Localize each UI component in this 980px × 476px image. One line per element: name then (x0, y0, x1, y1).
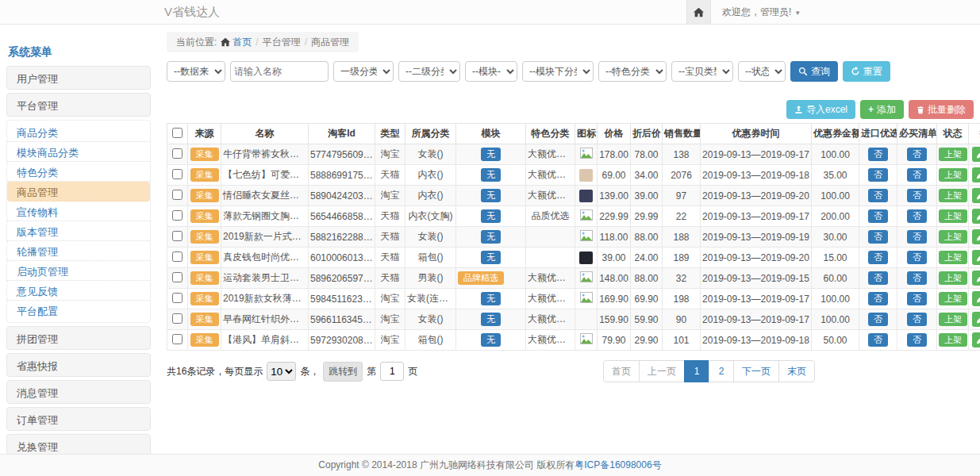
status-toggle[interactable]: 上架 (939, 230, 967, 244)
edit-button[interactable] (972, 250, 980, 265)
edit-button[interactable] (972, 332, 980, 347)
data-source-select[interactable]: --数据来源-- (167, 61, 225, 82)
first-page-button[interactable]: 首页 (603, 360, 640, 382)
sidebar-item-message-management[interactable]: 消息管理 (6, 380, 151, 404)
cell-operations (969, 248, 980, 268)
reset-button[interactable]: 重置 (843, 61, 890, 82)
batch-delete-button[interactable]: 批量删除 (909, 100, 974, 119)
jump-button[interactable]: 跳转到 (323, 362, 363, 382)
jump-page-input[interactable] (380, 362, 404, 381)
sidebar-item-splash-page-management[interactable]: 启动页管理 (7, 261, 150, 281)
status-toggle[interactable]: 上架 (939, 251, 967, 265)
edit-button[interactable] (972, 188, 980, 203)
user-menu[interactable]: 欢迎您，管理员!▼ (711, 6, 812, 19)
must-buy-toggle[interactable]: 否 (907, 189, 927, 203)
row-checkbox[interactable] (172, 148, 183, 159)
status-toggle[interactable]: 上架 (939, 168, 967, 182)
home-button[interactable] (686, 0, 711, 24)
row-checkbox[interactable] (172, 210, 183, 221)
add-button[interactable]: + 添加 (860, 100, 904, 119)
imported-toggle[interactable]: 否 (868, 168, 888, 182)
welcome-text: 欢迎您，管理员! (722, 6, 791, 17)
must-buy-toggle[interactable]: 否 (907, 148, 927, 162)
must-buy-toggle[interactable]: 否 (907, 230, 927, 244)
level1-category-select[interactable]: 一级分类 (333, 61, 394, 82)
must-buy-toggle[interactable]: 否 (907, 333, 927, 347)
sidebar-item-group-buy-management[interactable]: 拼团管理 (6, 326, 151, 350)
prev-page-button[interactable]: 上一页 (639, 360, 685, 382)
row-checkbox[interactable] (172, 190, 183, 200)
status-toggle[interactable]: 上架 (939, 209, 967, 224)
page-2-button[interactable]: 2 (709, 360, 734, 382)
breadcrumb-home-link[interactable]: 首页 (221, 36, 252, 49)
row-checkbox[interactable] (172, 334, 183, 344)
row-checkbox[interactable] (172, 293, 183, 303)
select-all-checkbox[interactable] (172, 128, 183, 138)
sidebar-item-goods-management[interactable]: 商品管理 (7, 182, 150, 202)
status-toggle[interactable]: 上架 (939, 292, 967, 306)
edit-button[interactable] (972, 291, 980, 306)
edit-button[interactable] (972, 271, 980, 286)
sidebar-item-special-category[interactable]: 特色分类 (7, 162, 150, 182)
must-buy-toggle[interactable]: 否 (907, 313, 927, 327)
sidebar-item-goods-category[interactable]: 商品分类 (7, 122, 150, 142)
imported-toggle[interactable]: 否 (868, 271, 888, 286)
sidebar-item-module-goods-category[interactable]: 模块商品分类 (7, 142, 150, 162)
imported-toggle[interactable]: 否 (868, 313, 888, 327)
must-buy-toggle[interactable]: 否 (907, 271, 927, 286)
status-toggle[interactable]: 上架 (939, 333, 967, 347)
imported-toggle[interactable]: 否 (868, 189, 888, 203)
module-sub-category-select[interactable]: --模块下分类-- (522, 61, 594, 82)
sidebar-item-feedback[interactable]: 意见反馈 (7, 281, 150, 301)
must-buy-toggle[interactable]: 否 (907, 292, 927, 306)
sidebar-item-user-management[interactable]: 用户管理 (6, 66, 151, 90)
edit-button[interactable] (972, 312, 980, 327)
search-button[interactable]: 查询 (790, 61, 838, 82)
edit-button[interactable] (972, 147, 980, 162)
row-checkbox[interactable] (172, 169, 183, 179)
row-checkbox[interactable] (172, 251, 183, 262)
status-toggle[interactable]: 上架 (939, 313, 967, 327)
special-category-select[interactable]: --特色分类-- (598, 61, 667, 82)
last-page-button[interactable]: 末页 (778, 360, 815, 382)
page-size-select[interactable]: 10 (267, 362, 296, 381)
imported-toggle[interactable]: 否 (868, 230, 888, 244)
sidebar-item-platform-config[interactable]: 平台配置 (7, 301, 150, 321)
cell-icon (575, 268, 598, 289)
sidebar-item-promo-materials[interactable]: 宣传物料 (7, 202, 150, 221)
sidebar-item-carousel-management[interactable]: 轮播管理 (7, 241, 150, 261)
icp-link[interactable]: 粤ICP备16098006号 (575, 459, 661, 472)
must-buy-toggle[interactable]: 否 (907, 209, 927, 224)
sidebar-item-version-management[interactable]: 版本管理 (7, 221, 150, 241)
imported-toggle[interactable]: 否 (868, 251, 888, 265)
imported-toggle[interactable]: 否 (868, 333, 888, 347)
edit-button[interactable] (972, 209, 980, 224)
must-buy-toggle[interactable]: 否 (907, 168, 927, 182)
row-checkbox[interactable] (172, 231, 183, 241)
next-page-button[interactable]: 下一页 (733, 360, 779, 382)
cell-taoke-id: 597293020870 (309, 330, 375, 351)
status-toggle[interactable]: 上架 (939, 271, 967, 286)
row-checkbox[interactable] (172, 313, 183, 324)
import-excel-button[interactable]: 导入excel (786, 100, 855, 119)
babe-type-select[interactable]: --宝贝类型-- (671, 61, 733, 82)
imported-toggle[interactable]: 否 (868, 209, 888, 224)
imported-toggle[interactable]: 否 (868, 148, 888, 162)
row-checkbox[interactable] (172, 272, 183, 282)
level2-category-select[interactable]: --二级分类-- (398, 61, 460, 82)
page-1-button[interactable]: 1 (684, 360, 709, 382)
status-toggle[interactable]: 上架 (939, 189, 967, 203)
must-buy-toggle[interactable]: 否 (907, 251, 927, 265)
goods-table: 来源名称淘客Id类型所属分类模块特色分类图标价格折后价销售数量优惠券时间优惠券金… (167, 123, 980, 351)
module-select[interactable]: --模块-- (465, 61, 517, 82)
sidebar-item-order-management[interactable]: 订单管理 (6, 407, 151, 431)
imported-toggle[interactable]: 否 (868, 292, 888, 306)
status-select[interactable]: --状态-- (738, 61, 786, 82)
name-input[interactable] (230, 61, 329, 82)
edit-button[interactable] (972, 167, 980, 182)
sidebar-item-platform-management[interactable]: 平台管理 (6, 93, 151, 117)
status-toggle[interactable]: 上架 (939, 148, 967, 162)
cell-operations (969, 206, 980, 227)
edit-button[interactable] (972, 229, 980, 244)
sidebar-item-saving-express[interactable]: 省惠快报 (6, 353, 151, 377)
